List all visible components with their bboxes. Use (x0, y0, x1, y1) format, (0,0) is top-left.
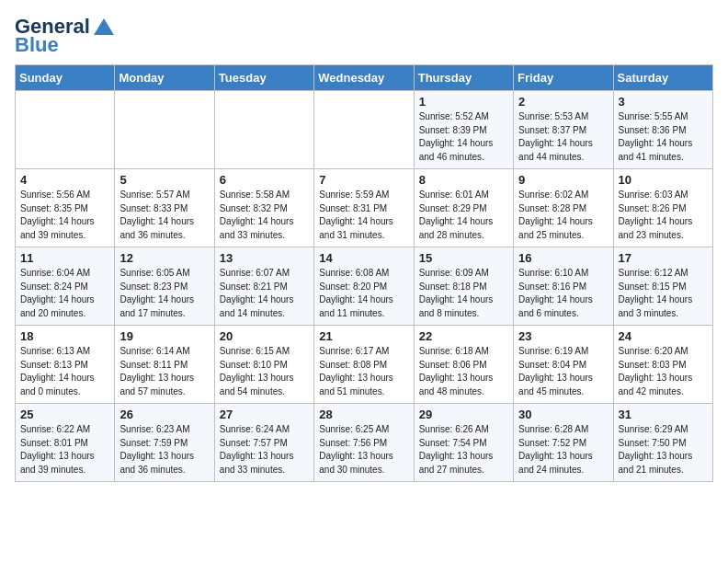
day-header-wednesday: Wednesday (314, 65, 414, 91)
day-info: Sunrise: 6:03 AM Sunset: 8:26 PM Dayligh… (619, 189, 708, 242)
day-info: Sunrise: 6:08 AM Sunset: 8:20 PM Dayligh… (319, 267, 408, 320)
day-number: 6 (220, 173, 309, 187)
day-info: Sunrise: 6:05 AM Sunset: 8:23 PM Dayligh… (119, 267, 209, 320)
day-cell: 29Sunrise: 6:26 AM Sunset: 7:54 PM Dayli… (414, 404, 513, 482)
day-cell (314, 91, 414, 169)
day-header-saturday: Saturday (613, 65, 712, 91)
day-info: Sunrise: 5:52 AM Sunset: 8:39 PM Dayligh… (419, 110, 508, 164)
day-info: Sunrise: 5:55 AM Sunset: 8:36 PM Dayligh… (619, 110, 708, 164)
day-info: Sunrise: 6:17 AM Sunset: 8:08 PM Dayligh… (319, 345, 408, 398)
day-info: Sunrise: 5:56 AM Sunset: 8:35 PM Dayligh… (20, 189, 109, 242)
day-info: Sunrise: 6:26 AM Sunset: 7:54 PM Dayligh… (419, 423, 508, 477)
day-cell: 22Sunrise: 6:18 AM Sunset: 8:06 PM Dayli… (414, 326, 513, 404)
week-row-5: 25Sunrise: 6:22 AM Sunset: 8:01 PM Dayli… (16, 404, 713, 482)
day-number: 9 (518, 173, 608, 187)
day-info: Sunrise: 6:18 AM Sunset: 8:06 PM Dayligh… (419, 345, 508, 398)
day-number: 31 (619, 408, 708, 421)
calendar-header: SundayMondayTuesdayWednesdayThursdayFrid… (16, 65, 713, 91)
day-cell: 26Sunrise: 6:23 AM Sunset: 7:59 PM Dayli… (115, 404, 214, 482)
day-number: 26 (119, 408, 209, 421)
day-info: Sunrise: 6:04 AM Sunset: 8:24 PM Dayligh… (20, 267, 109, 320)
day-number: 30 (518, 408, 608, 421)
day-cell: 18Sunrise: 6:13 AM Sunset: 8:13 PM Dayli… (16, 326, 115, 404)
day-info: Sunrise: 6:25 AM Sunset: 7:56 PM Dayligh… (319, 423, 408, 477)
day-info: Sunrise: 6:19 AM Sunset: 8:04 PM Dayligh… (518, 345, 608, 398)
day-number: 25 (20, 408, 109, 421)
day-info: Sunrise: 5:57 AM Sunset: 8:33 PM Dayligh… (119, 189, 209, 242)
week-row-1: 1Sunrise: 5:52 AM Sunset: 8:39 PM Daylig… (16, 91, 713, 169)
day-info: Sunrise: 6:22 AM Sunset: 8:01 PM Dayligh… (20, 423, 109, 477)
day-info: Sunrise: 5:59 AM Sunset: 8:31 PM Dayligh… (319, 189, 408, 242)
day-number: 22 (419, 329, 508, 343)
day-info: Sunrise: 6:20 AM Sunset: 8:03 PM Dayligh… (619, 345, 708, 398)
day-info: Sunrise: 5:58 AM Sunset: 8:32 PM Dayligh… (220, 189, 309, 242)
day-number: 12 (119, 251, 209, 265)
week-row-3: 11Sunrise: 6:04 AM Sunset: 8:24 PM Dayli… (16, 247, 713, 326)
day-number: 7 (319, 173, 408, 187)
header: General Blue (15, 15, 713, 57)
day-cell: 2Sunrise: 5:53 AM Sunset: 8:37 PM Daylig… (514, 91, 613, 169)
day-cell: 3Sunrise: 5:55 AM Sunset: 8:36 PM Daylig… (613, 91, 712, 169)
day-info: Sunrise: 6:09 AM Sunset: 8:18 PM Dayligh… (419, 267, 508, 320)
day-header-monday: Monday (115, 65, 214, 91)
day-info: Sunrise: 6:15 AM Sunset: 8:10 PM Dayligh… (220, 345, 309, 398)
day-number: 1 (419, 95, 508, 109)
day-cell: 10Sunrise: 6:03 AM Sunset: 8:26 PM Dayli… (613, 169, 712, 247)
day-cell: 4Sunrise: 5:56 AM Sunset: 8:35 PM Daylig… (16, 169, 115, 247)
day-header-sunday: Sunday (16, 65, 115, 91)
day-cell: 16Sunrise: 6:10 AM Sunset: 8:16 PM Dayli… (514, 247, 613, 326)
day-number: 20 (220, 329, 309, 343)
day-number: 27 (220, 408, 309, 421)
calendar-body: 1Sunrise: 5:52 AM Sunset: 8:39 PM Daylig… (16, 91, 713, 482)
day-number: 4 (20, 173, 109, 187)
day-info: Sunrise: 6:02 AM Sunset: 8:28 PM Dayligh… (518, 189, 608, 242)
day-cell (214, 91, 313, 169)
day-number: 18 (20, 329, 109, 343)
day-info: Sunrise: 6:13 AM Sunset: 8:13 PM Dayligh… (20, 345, 109, 398)
day-number: 10 (619, 173, 708, 187)
day-cell: 24Sunrise: 6:20 AM Sunset: 8:03 PM Dayli… (613, 326, 712, 404)
day-number: 16 (518, 251, 608, 265)
day-cell: 14Sunrise: 6:08 AM Sunset: 8:20 PM Dayli… (314, 247, 414, 326)
day-number: 5 (119, 173, 209, 187)
day-number: 15 (419, 251, 508, 265)
day-cell: 15Sunrise: 6:09 AM Sunset: 8:18 PM Dayli… (414, 247, 513, 326)
day-cell: 30Sunrise: 6:28 AM Sunset: 7:52 PM Dayli… (514, 404, 613, 482)
day-info: Sunrise: 6:07 AM Sunset: 8:21 PM Dayligh… (220, 267, 309, 320)
day-header-tuesday: Tuesday (214, 65, 313, 91)
day-number: 23 (518, 329, 608, 343)
day-cell: 1Sunrise: 5:52 AM Sunset: 8:39 PM Daylig… (414, 91, 513, 169)
day-info: Sunrise: 6:14 AM Sunset: 8:11 PM Dayligh… (119, 345, 209, 398)
day-cell (115, 91, 214, 169)
day-cell: 28Sunrise: 6:25 AM Sunset: 7:56 PM Dayli… (314, 404, 414, 482)
day-info: Sunrise: 6:10 AM Sunset: 8:16 PM Dayligh… (518, 267, 608, 320)
day-info: Sunrise: 6:24 AM Sunset: 7:57 PM Dayligh… (220, 423, 309, 477)
day-number: 13 (220, 251, 309, 265)
logo-icon (94, 18, 114, 35)
day-cell: 8Sunrise: 6:01 AM Sunset: 8:29 PM Daylig… (414, 169, 513, 247)
day-number: 14 (319, 251, 408, 265)
day-cell: 6Sunrise: 5:58 AM Sunset: 8:32 PM Daylig… (214, 169, 313, 247)
day-number: 21 (319, 329, 408, 343)
day-cell: 5Sunrise: 5:57 AM Sunset: 8:33 PM Daylig… (115, 169, 214, 247)
day-number: 28 (319, 408, 408, 421)
day-number: 29 (419, 408, 508, 421)
day-cell: 17Sunrise: 6:12 AM Sunset: 8:15 PM Dayli… (613, 247, 712, 326)
day-cell: 7Sunrise: 5:59 AM Sunset: 8:31 PM Daylig… (314, 169, 414, 247)
logo: General Blue (15, 15, 114, 57)
day-info: Sunrise: 6:23 AM Sunset: 7:59 PM Dayligh… (119, 423, 209, 477)
day-cell: 11Sunrise: 6:04 AM Sunset: 8:24 PM Dayli… (16, 247, 115, 326)
day-cell: 12Sunrise: 6:05 AM Sunset: 8:23 PM Dayli… (115, 247, 214, 326)
header-row: SundayMondayTuesdayWednesdayThursdayFrid… (16, 65, 713, 91)
day-number: 2 (518, 95, 608, 109)
day-cell: 13Sunrise: 6:07 AM Sunset: 8:21 PM Dayli… (214, 247, 313, 326)
day-cell: 20Sunrise: 6:15 AM Sunset: 8:10 PM Dayli… (214, 326, 313, 404)
week-row-4: 18Sunrise: 6:13 AM Sunset: 8:13 PM Dayli… (16, 326, 713, 404)
day-number: 11 (20, 251, 109, 265)
day-cell (16, 91, 115, 169)
day-info: Sunrise: 6:28 AM Sunset: 7:52 PM Dayligh… (518, 423, 608, 477)
day-cell: 31Sunrise: 6:29 AM Sunset: 7:50 PM Dayli… (613, 404, 712, 482)
day-info: Sunrise: 6:01 AM Sunset: 8:29 PM Dayligh… (419, 189, 508, 242)
day-header-thursday: Thursday (414, 65, 513, 91)
day-cell: 23Sunrise: 6:19 AM Sunset: 8:04 PM Dayli… (514, 326, 613, 404)
